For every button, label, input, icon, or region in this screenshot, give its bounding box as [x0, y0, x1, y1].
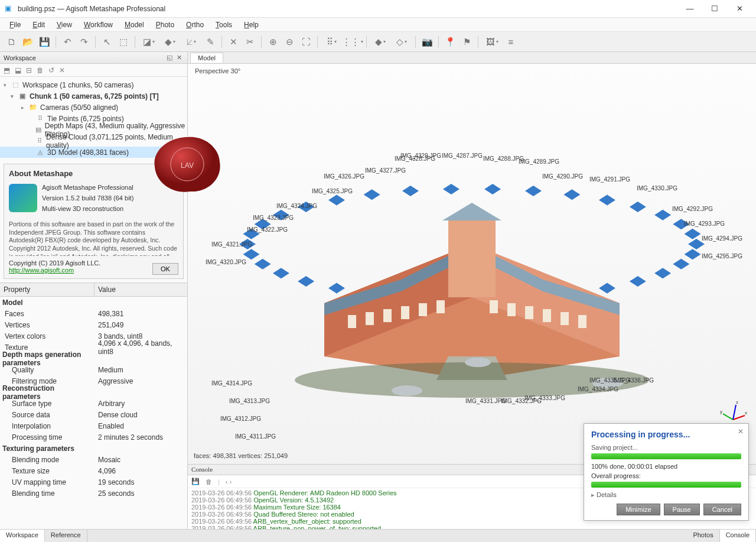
tab-console[interactable]: Console: [720, 530, 756, 542]
property-row: Model: [0, 297, 187, 308]
region-icon[interactable]: ◪: [139, 34, 159, 50]
open-icon[interactable]: 📂: [20, 34, 35, 50]
delete-icon[interactable]: ✕: [226, 34, 241, 50]
progress-details-toggle[interactable]: Details: [591, 491, 741, 499]
property-row: Source dataDense cloud: [0, 409, 187, 420]
svg-rect-41: [348, 315, 356, 328]
menu-edit[interactable]: Edit: [27, 19, 51, 31]
ws-t4-icon[interactable]: 🗑: [37, 66, 44, 74]
camera-label: IMG_4323.JPG: [253, 215, 294, 221]
camera-label: IMG_4295.JPG: [702, 253, 742, 259]
save-icon[interactable]: 💾: [37, 34, 52, 50]
new-icon[interactable]: 🗋: [4, 34, 19, 50]
console-nav-icon[interactable]: ‹ ›: [226, 478, 232, 485]
menu-tools[interactable]: Tools: [210, 19, 238, 31]
console-save-icon[interactable]: 💾: [191, 478, 200, 485]
console-line: 2019-03-26 06:49:56 ARB_texture_non_powe…: [191, 525, 752, 529]
ws-t6-icon[interactable]: ✕: [59, 66, 65, 74]
tree-root[interactable]: ▾⬚Workspace (1 chunks, 50 cameras): [0, 79, 187, 90]
camera-label: IMG_4325.JPG: [312, 188, 353, 194]
console-clear-icon[interactable]: 🗑: [206, 478, 212, 485]
crop-icon[interactable]: ✂: [242, 34, 258, 50]
camera-label: IMG_4291.JPG: [589, 176, 630, 183]
camera-icon[interactable]: 📷: [419, 34, 435, 50]
ws-t1-icon[interactable]: ⬒: [4, 66, 10, 74]
menu-workflow[interactable]: Workflow: [78, 19, 119, 31]
progress-close-icon[interactable]: ✕: [738, 427, 744, 436]
rect-select-icon[interactable]: ⬚: [116, 34, 131, 50]
maximize-button[interactable]: ☐: [703, 1, 726, 17]
progress-pause-button[interactable]: Pause: [664, 504, 700, 515]
svg-marker-24: [402, 186, 419, 196]
tab-workspace[interactable]: Workspace: [0, 530, 45, 542]
flag-icon[interactable]: ⚑: [459, 34, 474, 50]
metashape-logo-icon: [9, 184, 37, 212]
menu-help[interactable]: Help: [238, 19, 265, 31]
grid9-icon[interactable]: ⋮⋮: [343, 34, 363, 50]
mesh-icon[interactable]: ◆: [370, 34, 390, 50]
svg-marker-2: [673, 259, 689, 270]
zoom-in-icon[interactable]: ⊕: [265, 34, 281, 50]
image-icon[interactable]: 🖼: [482, 34, 502, 50]
pointer-icon[interactable]: ↖: [99, 34, 115, 50]
shape-icon[interactable]: ◆: [160, 34, 180, 50]
grid4-icon[interactable]: ⠿: [321, 34, 341, 50]
svg-marker-4: [630, 276, 646, 287]
progress-minimize-button[interactable]: Minimize: [617, 504, 660, 515]
about-desc: Multi-view 3D reconstruction: [42, 205, 133, 212]
about-ok-button[interactable]: OK: [152, 263, 178, 275]
zoom-out-icon[interactable]: ⊖: [282, 34, 297, 50]
marker-icon[interactable]: 📍: [442, 34, 458, 50]
fit-icon[interactable]: ⛶: [298, 34, 314, 50]
layers-icon[interactable]: ≡: [503, 34, 519, 50]
separator: [135, 36, 135, 48]
progress-dialog: ✕ Processing in progress... Saving proje…: [584, 423, 749, 521]
undock-icon[interactable]: ◱: [165, 54, 174, 61]
ruler-icon[interactable]: ⟀: [181, 34, 201, 50]
camera-label: IMG_4327.JPG: [365, 167, 406, 174]
progress-overall-label: Overall progress:: [591, 472, 741, 479]
ws-t5-icon[interactable]: ↺: [48, 66, 54, 74]
panel-close-icon[interactable]: ✕: [174, 54, 184, 61]
separator: [261, 36, 262, 48]
camera-label: IMG_4330.JPG: [637, 185, 677, 192]
menu-ortho[interactable]: Ortho: [180, 19, 210, 31]
tab-reference[interactable]: Reference: [45, 530, 87, 542]
undo-icon[interactable]: ↶: [60, 34, 75, 50]
property-row: Surface typeArbitrary: [0, 398, 187, 409]
tab-photos[interactable]: Photos: [687, 530, 719, 542]
about-link[interactable]: http://www.agisoft.com: [9, 267, 74, 274]
about-legal: Portions of this software are based in p…: [9, 220, 178, 256]
property-row: Processing time2 minutes 2 seconds: [0, 431, 187, 443]
redo-icon[interactable]: ↷: [76, 34, 92, 50]
camera-label: IMG_4288.JPG: [483, 155, 524, 162]
svg-rect-49: [525, 306, 533, 319]
svg-rect-48: [507, 303, 516, 316]
tab-model[interactable]: Model: [190, 53, 223, 63]
camera-label: IMG_4313.JPG: [229, 398, 270, 404]
menu-view[interactable]: View: [51, 19, 78, 31]
shaded-icon[interactable]: ◇: [392, 34, 412, 50]
camera-label: IMG_4292.JPG: [672, 206, 713, 212]
bottom-tabs: Workspace Reference Photos Console: [0, 529, 756, 542]
svg-marker-31: [654, 210, 671, 220]
menu-photo[interactable]: Photo: [150, 19, 180, 31]
ws-t2-icon[interactable]: ⬓: [15, 66, 21, 74]
minimize-button[interactable]: —: [678, 1, 702, 17]
close-button[interactable]: ✕: [728, 1, 751, 17]
tree-chunk[interactable]: ▾▣Chunk 1 (50 cameras, 6,725 points) [T]: [0, 90, 187, 102]
svg-line-58: [733, 416, 745, 420]
3d-viewport[interactable]: Perspective 30°: [188, 64, 756, 464]
camera-label: IMG_4293.JPG: [684, 220, 725, 227]
progress-cancel-button[interactable]: Cancel: [703, 504, 741, 515]
menu-file[interactable]: File: [4, 19, 27, 31]
tree-cameras[interactable]: ▸📁Cameras (50/50 aligned): [0, 102, 187, 113]
pencil-icon[interactable]: ✎: [203, 34, 218, 50]
camera-label: IMG_4289.JPG: [519, 158, 559, 165]
menu-model[interactable]: Model: [119, 19, 150, 31]
model-info: faces: 498,381 vertices: 251,049: [194, 452, 288, 459]
property-row: Faces498,381: [0, 308, 187, 319]
workspace-panel-header: Workspace ◱ ✕: [0, 52, 187, 64]
camera-label: IMG_4329.JPG: [400, 152, 441, 159]
ws-t3-icon[interactable]: ⊟: [26, 66, 32, 74]
